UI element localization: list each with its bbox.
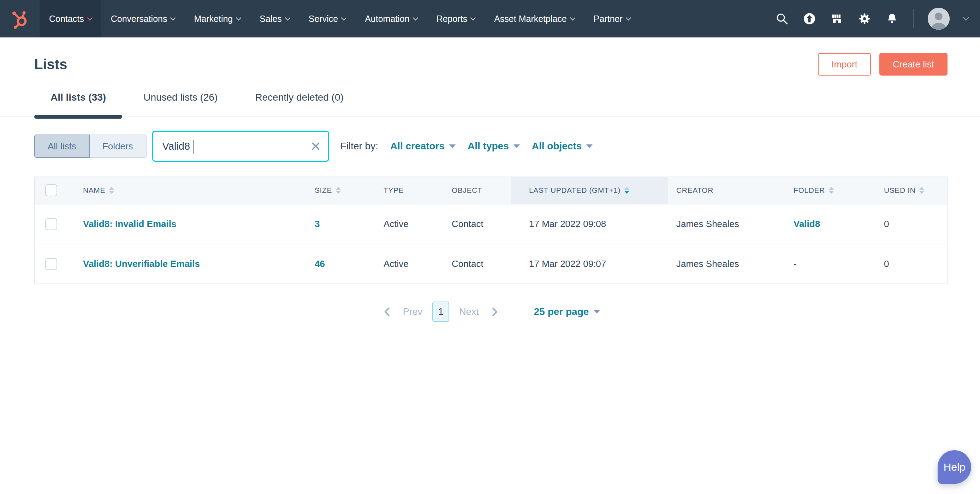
table-header-row: NAME SIZE TYPE OBJECT LAST UPDATED (GMT+… — [35, 177, 947, 204]
column-header-used-in[interactable]: USED IN — [875, 177, 948, 204]
all-creators-dropdown[interactable]: All creators — [390, 141, 455, 152]
row-select-cell — [35, 245, 75, 284]
account-chevron-down-icon[interactable] — [963, 15, 969, 21]
tab-all-lists[interactable]: All lists (33) — [34, 92, 122, 116]
sort-icons — [336, 187, 341, 194]
folder-link[interactable]: Valid8 — [794, 219, 820, 229]
marketplace-icon[interactable] — [830, 12, 844, 25]
list-object-cell: Contact — [443, 259, 511, 269]
list-updated-cell: 17 Mar 2022 09:08 — [511, 219, 668, 230]
table-row: Valid8: Unverifiable Emails 46 Active Co… — [35, 244, 947, 284]
import-button[interactable]: Import — [818, 53, 871, 76]
nav-item-marketing[interactable]: Marketing — [185, 0, 250, 37]
column-header-type: TYPE — [375, 177, 443, 204]
filter-by-label: Filter by: — [340, 141, 378, 152]
nav-item-automation[interactable]: Automation — [355, 0, 426, 37]
page-title: Lists — [34, 57, 67, 72]
per-page-dropdown[interactable]: 25 per page — [534, 306, 600, 318]
dropdown-caret-icon — [586, 145, 593, 148]
list-name-cell: Valid8: Invalid Emails — [75, 219, 306, 230]
list-updated-cell: 17 Mar 2022 09:07 — [511, 259, 668, 269]
list-name-cell: Valid8: Unverifiable Emails — [75, 259, 306, 269]
page-header: Lists Import Create list — [0, 53, 980, 76]
list-used-in-cell: 0 — [875, 219, 948, 230]
next-page-chevron-icon[interactable] — [489, 306, 500, 318]
row-checkbox[interactable] — [45, 258, 57, 270]
list-name-link[interactable]: Valid8: Unverifiable Emails — [83, 259, 200, 269]
nav-divider — [913, 9, 913, 28]
current-page-button[interactable]: 1 — [432, 302, 449, 322]
nav-menu: Contacts Conversations Marketing Sales S… — [40, 0, 640, 37]
sort-icons — [109, 187, 114, 194]
list-folder-cell: Valid8 — [785, 219, 875, 230]
column-header-object: OBJECT — [443, 177, 511, 204]
list-type-cell: Active — [375, 259, 443, 269]
notifications-bell-icon[interactable] — [885, 12, 899, 25]
create-list-button[interactable]: Create list — [879, 53, 948, 76]
sort-icons — [919, 187, 924, 194]
all-types-dropdown[interactable]: All types — [468, 141, 520, 152]
row-select-cell — [35, 205, 75, 244]
list-object-cell: Contact — [443, 219, 511, 230]
nav-item-sales[interactable]: Sales — [250, 0, 299, 37]
pager: Prev 1 Next — [382, 302, 500, 322]
user-avatar[interactable] — [928, 8, 950, 30]
dropdown-caret-icon — [593, 310, 600, 314]
column-header-size[interactable]: SIZE — [306, 177, 375, 204]
select-all-checkbox[interactable] — [45, 184, 57, 196]
search-box — [152, 131, 329, 162]
list-folder-cell: - — [785, 259, 875, 269]
filter-bar: All lists Folders Filter by: All creator… — [0, 131, 980, 162]
pagination-bar: Prev 1 Next 25 per page — [34, 302, 948, 322]
chevron-down-icon — [412, 15, 418, 21]
settings-gear-icon[interactable] — [858, 12, 871, 25]
upgrade-icon[interactable] — [803, 12, 816, 25]
column-header-folder[interactable]: FOLDER — [785, 177, 875, 204]
sort-icons-active-desc — [624, 187, 629, 194]
row-checkbox[interactable] — [45, 218, 57, 230]
column-header-last-updated[interactable]: LAST UPDATED (GMT+1) — [511, 177, 668, 204]
chevron-down-icon — [570, 15, 576, 21]
column-header-name[interactable]: NAME — [75, 177, 306, 204]
table-row: Valid8: Invalid Emails 3 Active Contact … — [35, 204, 947, 244]
chevron-down-icon — [170, 15, 176, 21]
nav-item-service[interactable]: Service — [299, 0, 355, 37]
clear-search-icon[interactable] — [310, 141, 321, 151]
lists-table: NAME SIZE TYPE OBJECT LAST UPDATED (GMT+… — [34, 176, 948, 284]
view-toggle: All lists Folders — [34, 135, 146, 158]
search-input[interactable] — [153, 132, 328, 160]
toggle-folders[interactable]: Folders — [89, 135, 146, 158]
tab-unused-lists[interactable]: Unused lists (26) — [127, 92, 234, 116]
chevron-down-icon — [236, 15, 242, 21]
nav-item-asset-marketplace[interactable]: Asset Marketplace — [485, 0, 584, 37]
help-button[interactable]: Help — [938, 450, 971, 484]
list-name-link[interactable]: Valid8: Invalid Emails — [83, 219, 176, 229]
list-tabs: All lists (33) Unused lists (26) Recentl… — [0, 92, 980, 117]
next-page-button[interactable]: Next — [459, 307, 479, 318]
sort-icons — [829, 187, 834, 194]
all-objects-dropdown[interactable]: All objects — [532, 141, 593, 152]
chevron-down-icon — [87, 15, 92, 21]
list-size-link[interactable]: 3 — [315, 219, 320, 229]
nav-item-reports[interactable]: Reports — [427, 0, 485, 37]
list-creator-cell: James Sheales — [668, 259, 785, 269]
nav-item-conversations[interactable]: Conversations — [101, 0, 185, 37]
search-icon[interactable] — [775, 12, 789, 25]
nav-item-contacts[interactable]: Contacts — [40, 0, 101, 37]
top-navigation: Contacts Conversations Marketing Sales S… — [0, 0, 980, 37]
list-type-cell: Active — [375, 219, 443, 230]
list-size-link[interactable]: 46 — [315, 259, 325, 269]
column-header-creator: CREATOR — [668, 177, 785, 204]
prev-page-button[interactable]: Prev — [403, 307, 423, 318]
hubspot-logo[interactable] — [0, 0, 40, 37]
nav-item-partner[interactable]: Partner — [584, 0, 640, 37]
sprocket-icon — [9, 8, 30, 29]
select-all-cell — [35, 177, 75, 204]
nav-utilities — [775, 0, 980, 37]
list-creator-cell: James Sheales — [668, 219, 785, 230]
chevron-down-icon — [341, 15, 347, 21]
prev-page-chevron-icon[interactable] — [382, 306, 393, 318]
tab-recently-deleted[interactable]: Recently deleted (0) — [239, 92, 360, 116]
toggle-all-lists[interactable]: All lists — [34, 135, 90, 158]
list-used-in-cell: 0 — [875, 259, 948, 269]
